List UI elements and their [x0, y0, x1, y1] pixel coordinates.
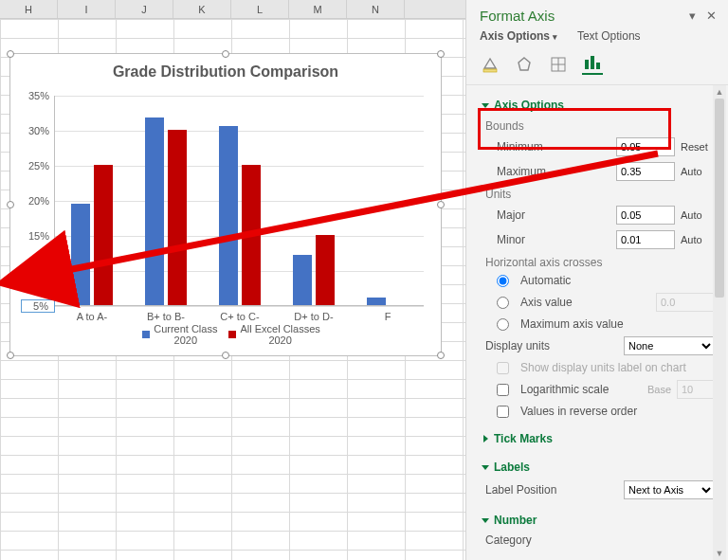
x-axis-category-label[interactable]: D+ to D-	[277, 305, 351, 322]
units-label: Units	[483, 184, 715, 203]
major-label: Major	[497, 208, 610, 222]
y-axis-tick-label[interactable]: 5%	[21, 299, 55, 313]
pane-scroll-area: Axis Options Bounds Minimum Reset Maximu…	[466, 85, 728, 560]
tab-text-options[interactable]: Text Options	[577, 29, 641, 43]
maximum-input[interactable]	[616, 162, 675, 181]
minor-auto-button[interactable]: Auto	[681, 234, 715, 245]
y-axis-tick-label[interactable]: 25%	[21, 160, 55, 172]
minor-input[interactable]	[616, 230, 675, 249]
hcrosses-axisvalue-label: Axis value	[520, 296, 650, 309]
bar-series-0[interactable]	[219, 126, 238, 305]
major-input[interactable]	[616, 206, 675, 225]
hcrosses-max-radio[interactable]	[497, 318, 509, 331]
values-reverse-label: Values in reverse order	[520, 405, 715, 418]
hcrosses-automatic-radio[interactable]	[497, 275, 509, 287]
minimum-label: Minimum	[497, 140, 610, 154]
svg-rect-8	[596, 63, 600, 69]
show-du-label-label: Show display units label on chart	[520, 361, 715, 374]
section-axis-options[interactable]: Axis Options	[483, 95, 715, 116]
legend-entry[interactable]: All Excel Classes2020	[240, 323, 319, 346]
minimum-input[interactable]	[616, 137, 675, 156]
hcrosses-max-label: Maximum axis value	[520, 317, 715, 331]
maximum-auto-button[interactable]: Auto	[681, 166, 715, 177]
section-labels[interactable]: Labels	[483, 457, 715, 478]
hcrosses-axisvalue-radio[interactable]	[497, 297, 509, 309]
display-units-label: Display units	[485, 339, 618, 352]
column-header[interactable]: J	[116, 0, 173, 18]
fill-line-icon[interactable]	[480, 54, 500, 75]
log-scale-label: Logarithmic scale	[520, 383, 642, 396]
values-reverse-checkbox[interactable]	[497, 406, 509, 418]
hcrosses-label: Horizontal axis crosses	[483, 252, 715, 271]
pane-close-icon[interactable]: ✕	[703, 9, 719, 23]
embedded-chart[interactable]: Grade Distribution Comparison 5%10%15%20…	[9, 53, 442, 356]
pane-scrollbar[interactable]: ▲ ▼	[713, 85, 726, 560]
y-axis-tick-label[interactable]: 10%	[21, 265, 55, 277]
pane-title: Format Axis	[480, 8, 678, 24]
bar-series-1[interactable]	[242, 165, 261, 305]
legend-entry[interactable]: Current Class2020	[154, 323, 217, 346]
pane-menu-icon[interactable]: ▾	[685, 9, 701, 23]
show-du-label-checkbox	[497, 362, 509, 374]
bar-series-0[interactable]	[145, 117, 164, 305]
format-axis-pane: Format Axis ▾ ✕ Axis Options Text Option…	[465, 0, 728, 560]
bar-series-0[interactable]	[293, 255, 312, 305]
section-number[interactable]: Number	[483, 510, 715, 531]
tab-axis-options[interactable]: Axis Options	[480, 29, 557, 43]
number-category-label: Category	[485, 533, 715, 547]
column-header[interactable]: M	[289, 0, 347, 18]
label-position-select[interactable]: Next to Axis	[624, 480, 715, 499]
bar-series-0[interactable]	[71, 204, 90, 305]
bar-series-0[interactable]	[367, 298, 386, 305]
x-axis-category-label[interactable]: C+ to C-	[203, 305, 277, 322]
axis-options-icon[interactable]	[582, 54, 603, 75]
chart-title[interactable]: Grade Distribution Comparison	[10, 63, 441, 81]
bar-series-1[interactable]	[168, 130, 187, 305]
scrollbar-thumb[interactable]	[715, 99, 724, 298]
bar-series-1[interactable]	[94, 165, 113, 305]
log-scale-checkbox[interactable]	[497, 384, 509, 396]
y-axis-tick-label[interactable]: 20%	[21, 195, 55, 207]
y-axis-tick-label[interactable]: 30%	[21, 125, 55, 136]
major-auto-button[interactable]: Auto	[681, 209, 715, 221]
minor-label: Minor	[497, 233, 610, 246]
maximum-label: Maximum	[497, 165, 610, 178]
y-axis-tick-label[interactable]: 15%	[21, 230, 55, 242]
log-base-input	[677, 380, 715, 399]
column-header[interactable]: I	[58, 0, 116, 18]
x-axis-category-label[interactable]: B+ to B-	[129, 305, 203, 322]
svg-rect-7	[591, 56, 594, 69]
x-axis-category-label[interactable]: A to A-	[55, 305, 129, 322]
axis-options-iconrow	[466, 50, 728, 85]
log-base-label: Base	[647, 384, 671, 395]
svg-rect-1	[483, 69, 497, 72]
bounds-label: Bounds	[483, 116, 715, 135]
column-header[interactable]: N	[347, 0, 405, 18]
column-header[interactable]: K	[173, 0, 231, 18]
worksheet-area[interactable]: HIJKLMN Grade Distribution Comparison 5%…	[0, 0, 465, 560]
effects-icon[interactable]	[514, 54, 535, 75]
display-units-select[interactable]: None	[624, 336, 715, 355]
x-axis-category-label[interactable]: F	[351, 305, 425, 322]
column-header[interactable]: L	[231, 0, 289, 18]
chart-legend[interactable]: Current Class2020All Excel Classes2020	[10, 323, 441, 346]
column-headers: HIJKLMN	[0, 0, 465, 19]
minimum-reset-button[interactable]: Reset	[681, 141, 715, 153]
hcrosses-automatic-label: Automatic	[520, 274, 715, 287]
size-properties-icon[interactable]	[548, 54, 569, 75]
y-axis-tick-label[interactable]: 35%	[21, 90, 55, 101]
svg-rect-6	[585, 60, 589, 69]
svg-marker-2	[519, 58, 530, 70]
plot-area[interactable]: 5%10%15%20%25%30%35%A to A-B+ to B-C+ to…	[54, 96, 424, 306]
section-tick-marks[interactable]: Tick Marks	[483, 428, 715, 449]
column-header[interactable]: H	[0, 0, 58, 18]
hcrosses-axisvalue-input	[656, 293, 715, 312]
label-position-label: Label Position	[485, 483, 618, 497]
bar-series-1[interactable]	[316, 235, 335, 305]
